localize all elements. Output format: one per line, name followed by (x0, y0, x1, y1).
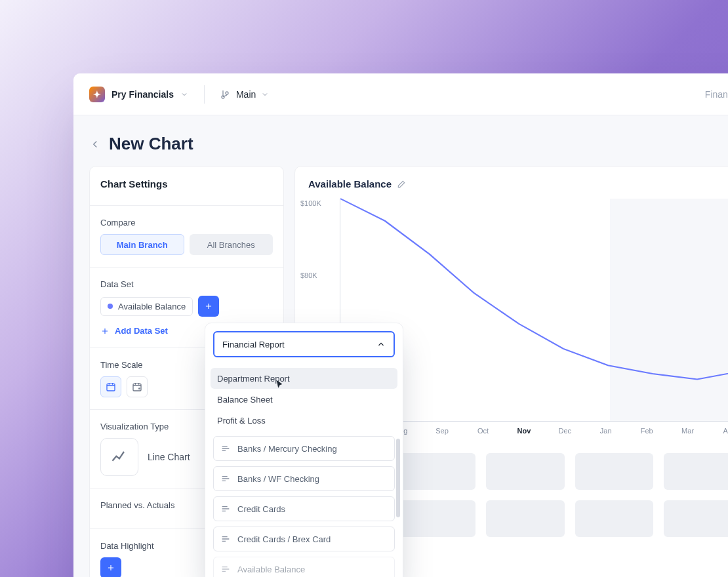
account-list[interactable]: Banks / Mercury Checking Banks / WF Chec… (205, 436, 403, 577)
settings-title: Chart Settings (100, 178, 273, 189)
account-row[interactable]: Banks / Mercury Checking (213, 436, 395, 461)
timescale-end-button[interactable] (127, 376, 148, 397)
report-options: Department Report Balance Sheet Profit &… (205, 365, 403, 436)
timescale-start-button[interactable] (100, 376, 121, 397)
list-icon (220, 564, 231, 574)
dataset-source-popover: Financial Report Department Report Balan… (205, 323, 403, 577)
x-tick: Jan (586, 427, 626, 435)
chevron-down-icon (261, 90, 269, 98)
account-row[interactable]: Credit Cards (213, 496, 395, 521)
compare-label: Compare (100, 218, 273, 228)
skeleton-card (486, 453, 565, 490)
plus-icon (100, 327, 110, 336)
account-row-label: Banks / WF Checking (237, 474, 319, 484)
skeleton-card (397, 453, 476, 490)
account-row[interactable]: Credit Cards / Brex Card (213, 527, 395, 551)
add-dataset-button[interactable] (198, 296, 219, 317)
add-dataset-link-label: Add Data Set (115, 326, 168, 336)
dataset-label: Data Set (100, 279, 273, 289)
branch-name: Main (236, 89, 256, 100)
main-nav: Financials Dashboard Hiri (705, 89, 728, 100)
line-chart-icon (110, 448, 129, 466)
chevron-up-icon (376, 340, 386, 349)
x-tick: Nov (504, 427, 544, 435)
x-tick: Dec (544, 427, 585, 435)
divider (204, 85, 205, 104)
list-icon (220, 534, 231, 544)
calendar-start-icon (106, 382, 116, 392)
page-header: New Chart (73, 115, 728, 166)
account-row-label: Credit Cards / Brex Card (237, 534, 331, 544)
list-icon (220, 443, 231, 454)
calendar-end-icon (132, 382, 142, 392)
skeleton-card (664, 453, 728, 490)
compare-main-branch[interactable]: Main Branch (100, 234, 184, 255)
branch-icon (220, 89, 231, 100)
dataset-chip-label: Available Balance (118, 302, 186, 311)
chevron-down-icon (180, 90, 188, 98)
compare-segment: Main Branch All Branches (100, 234, 273, 255)
series-color-dot (108, 304, 113, 309)
skeleton-card (575, 500, 654, 537)
nav-financials[interactable]: Financials (705, 89, 728, 100)
dataset-chip[interactable]: Available Balance (100, 297, 193, 316)
add-highlight-button[interactable] (100, 557, 121, 577)
viz-type-label: Line Chart (148, 452, 190, 462)
x-tick: Feb (626, 427, 667, 435)
x-tick: Sep (422, 427, 462, 435)
svg-rect-0 (107, 384, 115, 391)
topbar: ✦ Pry Financials Main Financials Dashboa… (73, 73, 728, 115)
page-title: New Chart (109, 134, 193, 154)
account-row-label: Banks / Mercury Checking (237, 444, 337, 454)
x-tick: Mar (667, 427, 708, 435)
account-row-label: Credit Cards (237, 504, 285, 514)
app-window: ✦ Pry Financials Main Financials Dashboa… (73, 73, 728, 577)
report-select[interactable]: Financial Report (213, 331, 395, 357)
org-switcher[interactable]: ✦ Pry Financials (89, 87, 188, 102)
skeleton-card (397, 500, 476, 537)
chart-title: Available Balance (308, 178, 392, 189)
skeleton-card (575, 453, 654, 490)
branch-switcher[interactable]: Main (220, 89, 269, 100)
svg-point-2 (138, 388, 140, 389)
back-arrow-icon[interactable] (89, 138, 101, 150)
report-option-label: Balance Sheet (217, 395, 273, 405)
org-name: Pry Financials (111, 89, 174, 100)
x-tick: Oct (462, 427, 503, 435)
app-logo: ✦ (89, 87, 105, 102)
svg-rect-1 (133, 384, 141, 391)
report-option-label: Department Report (217, 374, 290, 384)
report-select-value: Financial Report (222, 340, 285, 349)
skeleton-card (486, 500, 565, 537)
scrollbar[interactable] (396, 439, 400, 517)
account-row[interactable]: Available Balance (213, 557, 395, 577)
report-option-balance-sheet[interactable]: Balance Sheet (211, 389, 397, 410)
account-row[interactable]: Banks / WF Checking (213, 466, 395, 491)
report-option-label: Profit & Loss (217, 416, 266, 426)
skeleton-card (664, 500, 728, 537)
viz-type-card[interactable] (100, 438, 138, 476)
plus-icon (204, 302, 213, 311)
y-axis-ticks: $100K $80K (300, 199, 321, 344)
edit-icon[interactable] (397, 180, 406, 189)
account-row-label: Available Balance (237, 565, 305, 574)
list-icon (220, 473, 231, 484)
y-tick: $100K (300, 199, 321, 271)
list-icon (220, 504, 231, 514)
report-option-profit-loss[interactable]: Profit & Loss (211, 410, 397, 431)
report-option-department[interactable]: Department Report (211, 368, 397, 389)
compare-all-branches[interactable]: All Branches (190, 234, 273, 255)
x-tick: Apr (708, 427, 728, 435)
plus-icon (106, 563, 115, 572)
